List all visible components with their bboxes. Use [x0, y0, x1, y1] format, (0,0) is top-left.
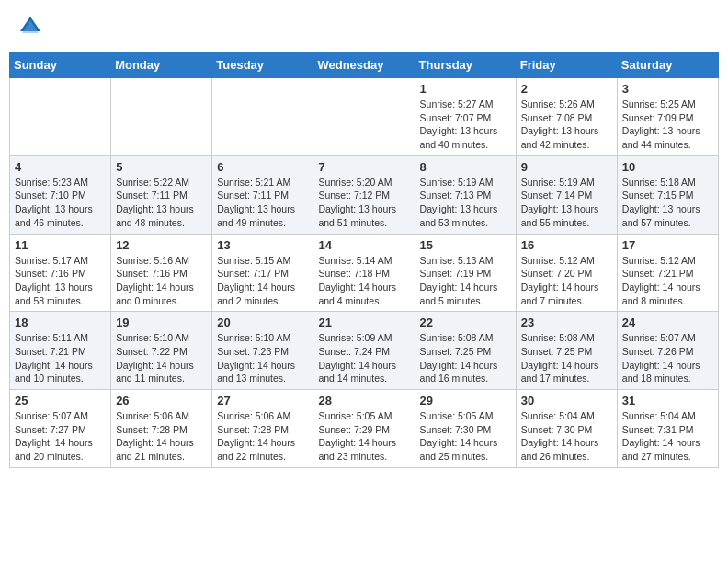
day-number: 17: [622, 238, 713, 252]
day-number: 18: [15, 316, 106, 329]
calendar-cell: 15Sunrise: 5:13 AMSunset: 7:19 PMDayligh…: [415, 234, 516, 312]
day-number: 31: [622, 394, 713, 408]
weekday-header: Tuesday: [212, 52, 313, 78]
calendar-cell: 23Sunrise: 5:08 AMSunset: 7:25 PMDayligh…: [516, 312, 617, 390]
day-number: 12: [116, 238, 207, 252]
day-number: 2: [521, 82, 612, 96]
day-info: Sunrise: 5:05 AMSunset: 7:29 PMDaylight:…: [318, 409, 409, 464]
day-number: 16: [521, 238, 612, 252]
day-info: Sunrise: 5:17 AMSunset: 7:16 PMDaylight:…: [15, 254, 106, 308]
calendar-cell: 6Sunrise: 5:21 AMSunset: 7:11 PMDaylight…: [212, 155, 313, 234]
weekday-header: Monday: [111, 52, 212, 78]
calendar-cell: 9Sunrise: 5:19 AMSunset: 7:14 PMDaylight…: [516, 155, 617, 234]
calendar-cell: 29Sunrise: 5:05 AMSunset: 7:30 PMDayligh…: [415, 390, 516, 468]
day-info: Sunrise: 5:26 AMSunset: 7:08 PMDaylight:…: [521, 98, 612, 152]
calendar-cell: 8Sunrise: 5:19 AMSunset: 7:13 PMDaylight…: [415, 155, 516, 234]
day-info: Sunrise: 5:23 AMSunset: 7:10 PMDaylight:…: [15, 176, 106, 230]
day-number: 25: [15, 394, 106, 408]
calendar-cell: 10Sunrise: 5:18 AMSunset: 7:15 PMDayligh…: [617, 155, 718, 234]
page-header: [9, 9, 719, 44]
day-number: 26: [116, 394, 207, 408]
day-info: Sunrise: 5:15 AMSunset: 7:17 PMDaylight:…: [217, 254, 308, 308]
day-number: 23: [521, 316, 612, 329]
calendar-week-row: 11Sunrise: 5:17 AMSunset: 7:16 PMDayligh…: [10, 234, 719, 312]
calendar-cell: 30Sunrise: 5:04 AMSunset: 7:30 PMDayligh…: [516, 390, 617, 468]
day-info: Sunrise: 5:14 AMSunset: 7:18 PMDaylight:…: [318, 254, 409, 308]
weekday-header: Friday: [516, 52, 617, 78]
calendar-cell: [10, 78, 111, 156]
day-number: 1: [420, 82, 511, 96]
day-number: 13: [217, 238, 308, 252]
day-info: Sunrise: 5:08 AMSunset: 7:25 PMDaylight:…: [420, 331, 511, 385]
day-number: 3: [622, 82, 713, 96]
day-number: 15: [420, 238, 511, 252]
calendar-cell: 5Sunrise: 5:22 AMSunset: 7:11 PMDaylight…: [111, 155, 212, 234]
day-info: Sunrise: 5:12 AMSunset: 7:21 PMDaylight:…: [622, 254, 713, 308]
day-info: Sunrise: 5:19 AMSunset: 7:14 PMDaylight:…: [521, 176, 612, 230]
day-info: Sunrise: 5:18 AMSunset: 7:15 PMDaylight:…: [622, 176, 713, 230]
calendar-cell: 16Sunrise: 5:12 AMSunset: 7:20 PMDayligh…: [516, 234, 617, 312]
weekday-header: Sunday: [10, 52, 111, 78]
calendar-week-row: 1Sunrise: 5:27 AMSunset: 7:07 PMDaylight…: [10, 78, 719, 156]
calendar-cell: 24Sunrise: 5:07 AMSunset: 7:26 PMDayligh…: [617, 312, 718, 390]
day-number: 6: [217, 160, 308, 174]
day-info: Sunrise: 5:10 AMSunset: 7:22 PMDaylight:…: [116, 331, 207, 385]
day-info: Sunrise: 5:13 AMSunset: 7:19 PMDaylight:…: [420, 254, 511, 308]
calendar-cell: 11Sunrise: 5:17 AMSunset: 7:16 PMDayligh…: [10, 234, 111, 312]
day-info: Sunrise: 5:04 AMSunset: 7:30 PMDaylight:…: [521, 409, 612, 464]
day-number: 20: [217, 316, 308, 329]
day-info: Sunrise: 5:07 AMSunset: 7:27 PMDaylight:…: [15, 409, 106, 464]
calendar-week-row: 25Sunrise: 5:07 AMSunset: 7:27 PMDayligh…: [10, 390, 719, 468]
day-number: 9: [521, 160, 612, 174]
calendar-cell: 12Sunrise: 5:16 AMSunset: 7:16 PMDayligh…: [111, 234, 212, 312]
calendar-cell: 31Sunrise: 5:04 AMSunset: 7:31 PMDayligh…: [617, 390, 718, 468]
calendar-cell: 13Sunrise: 5:15 AMSunset: 7:17 PMDayligh…: [212, 234, 313, 312]
calendar-cell: 20Sunrise: 5:10 AMSunset: 7:23 PMDayligh…: [212, 312, 313, 390]
calendar-cell: 2Sunrise: 5:26 AMSunset: 7:08 PMDaylight…: [516, 78, 617, 156]
calendar-table: SundayMondayTuesdayWednesdayThursdayFrid…: [9, 52, 719, 468]
day-number: 5: [116, 160, 207, 174]
weekday-header: Wednesday: [313, 52, 415, 78]
day-info: Sunrise: 5:22 AMSunset: 7:11 PMDaylight:…: [116, 176, 207, 230]
day-info: Sunrise: 5:05 AMSunset: 7:30 PMDaylight:…: [420, 409, 511, 464]
day-info: Sunrise: 5:07 AMSunset: 7:26 PMDaylight:…: [622, 331, 713, 385]
calendar-cell: 22Sunrise: 5:08 AMSunset: 7:25 PMDayligh…: [415, 312, 516, 390]
weekday-header-row: SundayMondayTuesdayWednesdayThursdayFrid…: [10, 52, 719, 78]
day-number: 10: [622, 160, 713, 174]
day-number: 19: [116, 316, 207, 329]
day-number: 4: [15, 160, 106, 174]
day-info: Sunrise: 5:10 AMSunset: 7:23 PMDaylight:…: [217, 331, 308, 385]
calendar-week-row: 4Sunrise: 5:23 AMSunset: 7:10 PMDaylight…: [10, 155, 719, 234]
calendar-cell: [212, 78, 313, 156]
day-info: Sunrise: 5:25 AMSunset: 7:09 PMDaylight:…: [622, 98, 713, 152]
calendar-cell: 1Sunrise: 5:27 AMSunset: 7:07 PMDaylight…: [415, 78, 516, 156]
calendar-cell: 26Sunrise: 5:06 AMSunset: 7:28 PMDayligh…: [111, 390, 212, 468]
day-info: Sunrise: 5:11 AMSunset: 7:21 PMDaylight:…: [15, 331, 106, 385]
day-info: Sunrise: 5:27 AMSunset: 7:07 PMDaylight:…: [420, 98, 511, 152]
day-info: Sunrise: 5:20 AMSunset: 7:12 PMDaylight:…: [318, 176, 409, 230]
day-number: 8: [420, 160, 511, 174]
day-info: Sunrise: 5:16 AMSunset: 7:16 PMDaylight:…: [116, 254, 207, 308]
logo-icon: [17, 13, 44, 40]
day-info: Sunrise: 5:09 AMSunset: 7:24 PMDaylight:…: [318, 331, 409, 385]
calendar-cell: 28Sunrise: 5:05 AMSunset: 7:29 PMDayligh…: [313, 390, 415, 468]
calendar-cell: 7Sunrise: 5:20 AMSunset: 7:12 PMDaylight…: [313, 155, 415, 234]
calendar-week-row: 18Sunrise: 5:11 AMSunset: 7:21 PMDayligh…: [10, 312, 719, 390]
day-number: 22: [420, 316, 511, 329]
day-number: 11: [15, 238, 106, 252]
day-number: 29: [420, 394, 511, 408]
calendar-cell: [313, 78, 415, 156]
day-info: Sunrise: 5:06 AMSunset: 7:28 PMDaylight:…: [217, 409, 308, 464]
calendar-cell: 21Sunrise: 5:09 AMSunset: 7:24 PMDayligh…: [313, 312, 415, 390]
calendar-cell: 18Sunrise: 5:11 AMSunset: 7:21 PMDayligh…: [10, 312, 111, 390]
day-number: 7: [318, 160, 409, 174]
day-info: Sunrise: 5:08 AMSunset: 7:25 PMDaylight:…: [521, 331, 612, 385]
calendar-cell: 4Sunrise: 5:23 AMSunset: 7:10 PMDaylight…: [10, 155, 111, 234]
calendar-cell: 14Sunrise: 5:14 AMSunset: 7:18 PMDayligh…: [313, 234, 415, 312]
calendar-cell: 3Sunrise: 5:25 AMSunset: 7:09 PMDaylight…: [617, 78, 718, 156]
weekday-header: Saturday: [617, 52, 718, 78]
day-info: Sunrise: 5:12 AMSunset: 7:20 PMDaylight:…: [521, 254, 612, 308]
day-number: 28: [318, 394, 409, 408]
calendar-cell: [111, 78, 212, 156]
day-number: 21: [318, 316, 409, 329]
